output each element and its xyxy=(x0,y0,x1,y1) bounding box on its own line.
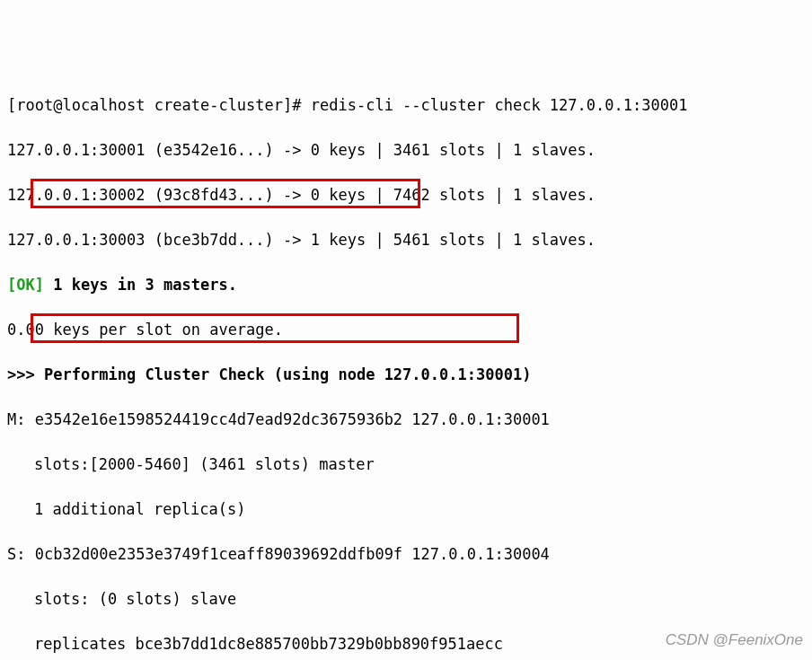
ok-tag: [OK] xyxy=(7,276,53,294)
replica-line: 1 additional replica(s) xyxy=(7,498,805,521)
ok-line: [OK] 1 keys in 3 masters. xyxy=(7,274,805,296)
output-line: 0.00 keys per slot on average. xyxy=(7,319,805,341)
slave-node-line: S: 0cb32d00e2353e3749f1ceaff89039692ddfb… xyxy=(7,543,805,566)
output-line: 127.0.0.1:30002 (93c8fd43...) -> 0 keys … xyxy=(7,184,805,207)
shell-prompt: [root@localhost create-cluster]# xyxy=(7,96,311,114)
output-line: 127.0.0.1:30003 (bce3b7dd...) -> 1 keys … xyxy=(7,229,805,251)
perform-heading: >>> Performing Cluster Check (using node… xyxy=(7,364,805,386)
watermark-text: CSDN @FeenixOne xyxy=(666,629,803,651)
ok-message: 1 keys in 3 masters. xyxy=(53,276,237,294)
slots-line: slots:[2000-5460] (3461 slots) master xyxy=(7,453,805,476)
command-text: redis-cli --cluster check 127.0.0.1:3000… xyxy=(311,96,688,114)
command-line: [root@localhost create-cluster]# redis-c… xyxy=(7,94,805,117)
slots-line: slots: (0 slots) slave xyxy=(7,588,805,611)
master-node-line: M: e3542e16e1598524419cc4d7ead92dc367593… xyxy=(7,409,805,431)
output-line: 127.0.0.1:30001 (e3542e16...) -> 0 keys … xyxy=(7,139,805,162)
